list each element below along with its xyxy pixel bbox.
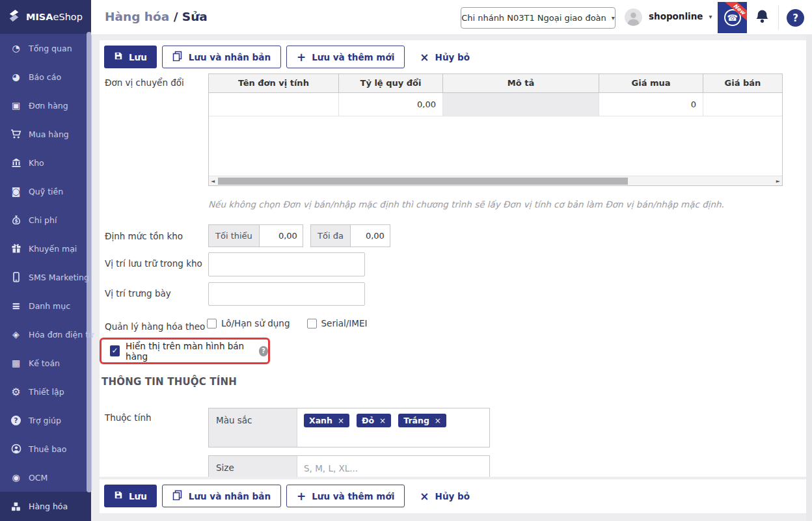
cell-unit-name[interactable] — [209, 93, 339, 116]
sidebar-item-tro-giup[interactable]: ? Trợ giúp — [0, 406, 91, 434]
sidebar-item-label: Chi phí — [29, 215, 57, 225]
gift-icon — [10, 243, 22, 254]
calculator-icon: ▦ — [10, 358, 22, 368]
attribute-tags[interactable]: Xanh× Đỏ× Trắng× — [297, 408, 489, 447]
notifications-bell-icon[interactable] — [754, 8, 770, 29]
attribute-name: Size — [209, 456, 297, 477]
sidebar-item-chi-phi[interactable]: $ Chi phí — [0, 206, 91, 234]
table-horizontal-scrollbar[interactable]: ◄ ► — [209, 176, 782, 185]
stock-min-label: Tối thiểu — [209, 225, 260, 247]
stock-limit-label: Định mức tồn kho — [105, 231, 183, 241]
stock-min-input[interactable] — [260, 225, 303, 247]
remove-tag-icon[interactable]: × — [338, 416, 344, 425]
stock-max-group: Tối đa — [310, 224, 390, 247]
copy-icon — [172, 51, 183, 63]
sidebar-menu: ◔ Tổng quan ◕ Báo cáo ▣ Đơn hàng Mua hàn… — [0, 34, 91, 521]
tag-chip: Xanh× — [304, 414, 349, 427]
sidebar-item-label: Thiết lập — [29, 387, 64, 397]
tooltip-help-icon[interactable]: ? — [259, 346, 268, 356]
checkbox-unchecked-icon[interactable] — [207, 319, 217, 328]
sidebar-item-label: OCM — [29, 473, 47, 483]
cell-purchase-price[interactable]: 0 — [599, 93, 703, 116]
sidebar-item-don-hang[interactable]: ▣ Đơn hàng — [0, 91, 91, 120]
sidebar-scrollbar-thumb[interactable] — [87, 32, 92, 492]
breadcrumb-parent[interactable]: Hàng hóa — [105, 10, 169, 23]
avatar[interactable] — [625, 8, 642, 26]
plus-icon: + — [297, 490, 306, 503]
storage-location-input[interactable] — [208, 252, 365, 276]
cart-icon — [10, 129, 22, 139]
breadcrumb-current: Sửa — [182, 10, 208, 23]
sidebar: MISAeShop ◔ Tổng quan ◕ Báo cáo ▣ Đơn hà… — [0, 0, 91, 521]
stock-max-input[interactable] — [351, 225, 390, 247]
save-button[interactable]: Lưu — [104, 485, 157, 507]
column-header-purchase-price: Giá mua — [599, 74, 703, 92]
checkbox-checked-icon[interactable]: ✓ — [110, 345, 120, 356]
breadcrumb: Hàng hóa / Sửa — [105, 10, 208, 23]
sidebar-item-thue-bao[interactable]: Thuê bao — [0, 434, 91, 463]
save-and-add-new-button[interactable]: + Lưu và thêm mới — [286, 46, 405, 68]
sidebar-item-label: Kế toán — [29, 358, 60, 368]
scroll-right-arrow[interactable]: ► — [776, 178, 780, 184]
cancel-button[interactable]: × Hủy bỏ — [410, 46, 480, 68]
scroll-left-arrow[interactable]: ◄ — [211, 178, 215, 184]
sidebar-item-danh-muc[interactable]: ≡ Danh mục — [0, 291, 91, 320]
sidebar-item-ke-toan[interactable]: ▦ Kế toán — [0, 349, 91, 377]
checkbox-serial-imei[interactable]: Serial/IMEI — [307, 318, 368, 328]
branch-selector-label: Chi nhánh N03T1 Ngoại giao đoàn — [461, 13, 606, 23]
attribute-row-color: Màu sắc Xanh× Đỏ× Trắng× — [208, 408, 490, 448]
user-menu[interactable]: shoponline ▾ — [649, 11, 712, 21]
chevron-down-icon: ▾ — [709, 13, 712, 20]
tag-label: Đỏ — [362, 416, 374, 425]
checkbox-unchecked-icon[interactable] — [307, 319, 317, 328]
checkbox-lot-expiry[interactable]: Lô/Hạn sử dụng — [207, 318, 290, 328]
column-header-conversion-rate: Tỷ lệ quy đổi — [339, 74, 443, 92]
cancel-button[interactable]: × Hủy bỏ — [410, 485, 480, 507]
remove-tag-icon[interactable]: × — [379, 416, 386, 425]
sidebar-item-ocm[interactable]: ◉ OCM — [0, 463, 91, 492]
sidebar-item-tong-quan[interactable]: ◔ Tổng quan — [0, 34, 91, 62]
save-button-label: Lưu — [129, 491, 147, 501]
display-location-input[interactable] — [208, 282, 365, 306]
sidebar-item-label: Khuyến mại — [29, 244, 77, 254]
sidebar-item-quy-tien[interactable]: ◙ Quỹ tiền — [0, 177, 91, 206]
save-button[interactable]: Lưu — [104, 46, 157, 68]
save-and-add-new-button[interactable]: + Lưu và thêm mới — [286, 485, 405, 507]
app-logo[interactable]: MISAeShop — [0, 0, 91, 34]
size-attribute-input[interactable] — [304, 461, 480, 474]
attributes-label: Thuộc tính — [105, 412, 152, 423]
hotline-promo-tile[interactable]: ☎ New — [718, 2, 747, 33]
display-location-label: Vị trí trưng bày — [105, 288, 171, 299]
remove-tag-icon[interactable]: × — [435, 416, 441, 425]
horizontal-scrollbar-thumb[interactable] — [218, 178, 628, 185]
sidebar-item-khuyen-mai[interactable]: Khuyến mại — [0, 234, 91, 263]
save-icon — [114, 51, 123, 62]
storage-location-label: Vị trí lưu trữ trong kho — [105, 258, 202, 269]
cancel-button-label: Hủy bỏ — [435, 52, 470, 62]
gear-icon: ⚙ — [10, 386, 22, 398]
list-icon: ≡ — [10, 300, 22, 312]
cell-sale-price[interactable] — [703, 93, 782, 116]
help-icon[interactable]: ? — [787, 9, 804, 27]
breadcrumb-separator: / — [174, 10, 178, 23]
tag-chip: Trắng× — [398, 414, 446, 427]
sidebar-item-mua-hang[interactable]: Mua hàng — [0, 120, 91, 148]
sidebar-item-kho[interactable]: Kho — [0, 148, 91, 177]
sidebar-item-label: Mua hàng — [29, 129, 69, 139]
sidebar-item-label: Trợ giúp — [29, 416, 61, 425]
cell-conversion-rate[interactable]: 0,00 — [339, 93, 443, 116]
manage-by-label: Quản lý hàng hóa theo — [105, 321, 205, 332]
phone-icon — [10, 272, 22, 282]
save-and-duplicate-button[interactable]: Lưu và nhân bản — [162, 485, 281, 507]
sidebar-item-hoa-don-dien-tu[interactable]: ◈ Hóa đơn điện tử — [0, 320, 91, 349]
branch-selector-dropdown[interactable]: Chi nhánh N03T1 Ngoại giao đoàn ▾ — [461, 7, 616, 29]
help-icon: ? — [10, 416, 22, 425]
sidebar-item-bao-cao[interactable]: ◕ Báo cáo — [0, 62, 91, 91]
warehouse-icon — [10, 157, 22, 168]
sidebar-item-sms-marketing[interactable]: SMS Marketing — [0, 263, 91, 291]
sidebar-item-hang-hoa[interactable]: Hàng hóa — [0, 492, 91, 521]
money-bag-icon: $ — [10, 215, 22, 225]
save-and-duplicate-button[interactable]: Lưu và nhân bản — [162, 46, 281, 68]
page-scrollbar-track[interactable] — [806, 35, 812, 521]
sidebar-item-thiet-lap[interactable]: ⚙ Thiết lập — [0, 377, 91, 406]
